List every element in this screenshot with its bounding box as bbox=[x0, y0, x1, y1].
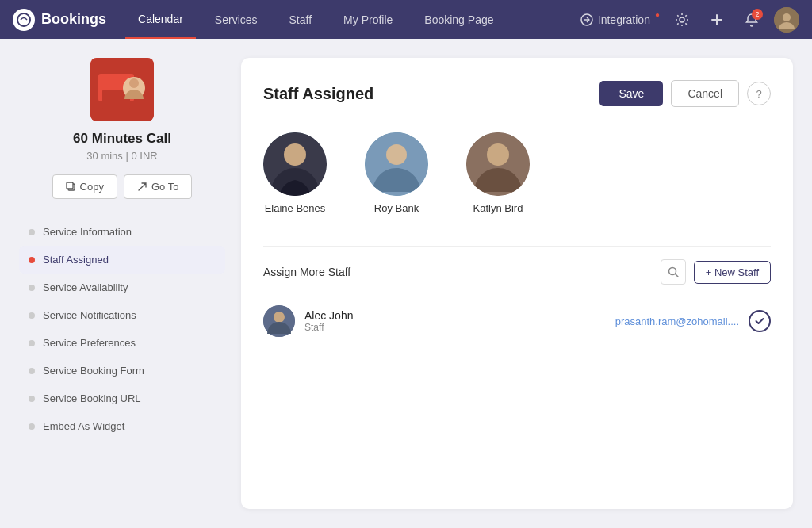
nav-dot-active bbox=[29, 257, 35, 263]
staff-list-avatar-alec bbox=[263, 305, 295, 337]
service-meta: 30 mins | 0 INR bbox=[86, 150, 157, 162]
svg-point-0 bbox=[17, 13, 30, 26]
sidebar-item-service-information[interactable]: Service Information bbox=[19, 218, 225, 246]
nav-dot bbox=[29, 368, 35, 374]
goto-icon bbox=[137, 182, 147, 192]
nav-dot bbox=[29, 340, 35, 346]
staff-name: Alec John bbox=[304, 309, 606, 322]
nav-dot bbox=[29, 396, 35, 402]
add-button[interactable] bbox=[704, 7, 730, 33]
app-name: Bookings bbox=[41, 11, 106, 28]
copy-button[interactable]: Copy bbox=[52, 174, 117, 199]
plus-icon bbox=[710, 13, 724, 27]
panel-actions: Save Cancel ? bbox=[599, 80, 771, 107]
nav-dot bbox=[29, 423, 35, 430]
assign-controls: + New Staff bbox=[661, 259, 771, 285]
panel-header: Staff Assigned Save Cancel ? bbox=[263, 80, 771, 107]
staff-check-button[interactable] bbox=[749, 310, 771, 332]
assign-header: Assign More Staff + New Staff bbox=[263, 259, 771, 285]
sidebar-item-service-availability[interactable]: Service Availability bbox=[19, 274, 225, 301]
staff-email: prasanth.ram@zohomail.... bbox=[615, 316, 739, 327]
nav-services[interactable]: Services bbox=[202, 0, 270, 39]
service-image bbox=[90, 58, 154, 121]
svg-point-20 bbox=[274, 312, 285, 323]
save-button[interactable]: Save bbox=[599, 81, 663, 106]
staff-assigned-panel: Staff Assigned Save Cancel ? bbox=[241, 58, 793, 509]
nav-booking-page[interactable]: Booking Page bbox=[412, 0, 506, 39]
staff-role: Staff bbox=[304, 322, 606, 333]
settings-button[interactable] bbox=[669, 7, 695, 33]
integration-icon bbox=[580, 13, 593, 26]
sidebar-item-service-preferences[interactable]: Service Preferences bbox=[19, 329, 225, 357]
sidebar-item-service-booking-url[interactable]: Service Booking URL bbox=[19, 385, 225, 412]
svg-point-15 bbox=[386, 144, 407, 165]
staff-avatar-elaine bbox=[263, 132, 327, 196]
staff-card-elaine: Elaine Benes bbox=[263, 132, 327, 214]
svg-point-2 bbox=[680, 17, 684, 22]
assign-more-section: Assign More Staff + New Staff bbox=[263, 246, 771, 345]
staff-avatar-katlyn bbox=[466, 132, 530, 196]
main-content: 60 Minutes Call 30 mins | 0 INR Copy Go … bbox=[0, 39, 812, 528]
sidebar-item-service-booking-form[interactable]: Service Booking Form bbox=[19, 357, 225, 385]
service-sidebar: 60 Minutes Call 30 mins | 0 INR Copy Go … bbox=[19, 58, 225, 509]
panel-title: Staff Assigned bbox=[263, 85, 373, 103]
nav-dot bbox=[29, 312, 35, 319]
sidebar-navigation: Service Information Staff Assigned Servi… bbox=[19, 218, 225, 440]
check-icon bbox=[754, 316, 765, 327]
app-logo[interactable]: Bookings bbox=[13, 9, 106, 31]
assigned-staff-grid: Elaine Benes Roy Bank bbox=[263, 126, 771, 227]
notifications-button[interactable]: 2 bbox=[739, 7, 764, 33]
service-title: 60 Minutes Call bbox=[73, 131, 171, 147]
nav-staff[interactable]: Staff bbox=[277, 0, 325, 39]
staff-card-roy: Roy Bank bbox=[365, 132, 428, 214]
staff-card-katlyn: Katlyn Bird bbox=[466, 132, 530, 214]
integration-dot: ● bbox=[655, 10, 660, 19]
sidebar-item-staff-assigned[interactable]: Staff Assigned bbox=[19, 246, 225, 274]
new-staff-button[interactable]: + New Staff bbox=[694, 261, 771, 284]
help-button[interactable]: ? bbox=[747, 82, 771, 105]
sidebar-item-embed-as-widget[interactable]: Embed As Widget bbox=[19, 412, 225, 440]
goto-button[interactable]: Go To bbox=[124, 174, 192, 199]
nav-right-section: Integration ● 2 bbox=[580, 7, 799, 33]
nav-calendar[interactable]: Calendar bbox=[125, 0, 196, 39]
nav-my-profile[interactable]: My Profile bbox=[331, 0, 405, 39]
gear-icon bbox=[675, 13, 689, 27]
svg-point-17 bbox=[487, 143, 509, 166]
integration-button[interactable]: Integration ● bbox=[580, 13, 660, 26]
notification-badge: 2 bbox=[752, 9, 763, 20]
copy-icon bbox=[66, 182, 76, 192]
svg-point-4 bbox=[783, 13, 791, 21]
svg-point-9 bbox=[129, 78, 139, 88]
staff-name-katlyn: Katlyn Bird bbox=[473, 202, 523, 214]
staff-list-item: Alec John Staff prasanth.ram@zohomail...… bbox=[263, 297, 771, 345]
nav-dot bbox=[29, 229, 35, 235]
staff-name-elaine: Elaine Benes bbox=[265, 202, 326, 214]
user-avatar[interactable] bbox=[774, 7, 799, 33]
top-navigation: Bookings Calendar Services Staff My Prof… bbox=[0, 0, 812, 39]
staff-avatar-roy bbox=[365, 132, 428, 196]
logo-icon bbox=[13, 9, 35, 31]
assign-title: Assign More Staff bbox=[263, 266, 350, 278]
search-icon bbox=[668, 266, 679, 277]
sidebar-item-service-notifications[interactable]: Service Notifications bbox=[19, 301, 225, 329]
service-actions: Copy Go To bbox=[52, 174, 193, 199]
svg-point-13 bbox=[284, 143, 306, 166]
staff-name-roy: Roy Bank bbox=[374, 202, 419, 214]
cancel-button[interactable]: Cancel bbox=[671, 80, 739, 107]
staff-list-info: Alec John Staff bbox=[304, 309, 606, 333]
nav-dot bbox=[29, 285, 35, 291]
search-staff-button[interactable] bbox=[661, 259, 686, 285]
svg-rect-11 bbox=[67, 182, 73, 189]
